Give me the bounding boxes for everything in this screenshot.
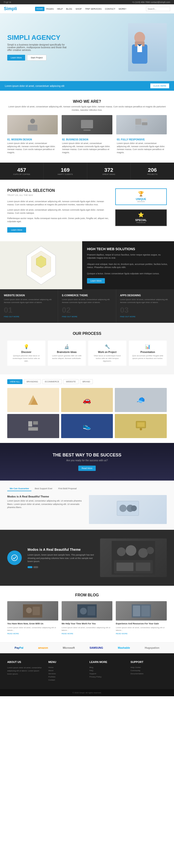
- tab-ecommerce[interactable]: ECOMMERCE: [42, 379, 62, 384]
- tab-guarantee[interactable]: We Can Guarantee: [7, 486, 31, 491]
- svg-rect-9: [135, 119, 141, 125]
- footer-support: Support Help Center Community Documentat…: [130, 660, 167, 682]
- search-input[interactable]: [146, 7, 170, 11]
- facebook-icon[interactable]: f: [4, 1, 5, 3]
- footer-support-help[interactable]: Help Center: [130, 666, 167, 669]
- googleplus-icon[interactable]: g+: [6, 1, 9, 3]
- powerful-text1: Lorem ipsum dolor sit amet, consectetuer…: [7, 200, 110, 207]
- high-tech-learn-more-button[interactable]: Learn More: [87, 278, 105, 283]
- svg-rect-16: [28, 421, 32, 427]
- nav-more[interactable]: MORE+: [117, 7, 128, 11]
- tabs-section: We Can Guarantee Best Support Ever First…: [0, 480, 174, 530]
- high-tech-text3: Quisque a lectus. Donec consectetuer lig…: [87, 272, 169, 276]
- nav-dot-2[interactable]: [33, 566, 38, 568]
- who-image-3: [116, 115, 167, 134]
- blog-grid: You Have More Now, Grow With Us Lorem ip…: [7, 601, 167, 635]
- blog-card-3: Experience And Resources For Your Gain L…: [116, 601, 167, 635]
- portfolio-item-3[interactable]: 🧢: [115, 388, 167, 412]
- blog-1-read-more[interactable]: READ MORE: [7, 632, 19, 635]
- svg-point-39: [80, 608, 87, 615]
- footer-menu: Menu Home About Services Portfolio Conta…: [48, 660, 84, 682]
- service-website-link[interactable]: FIND OUT MORE: [4, 315, 19, 318]
- linkedin-icon[interactable]: in: [9, 1, 11, 3]
- feature-1: 01. MODERN DESIGN Lorem ipsum dolor sit …: [7, 138, 57, 154]
- service-apps: APPS DESIGNING Lorem ipsum dolor sit ame…: [116, 289, 174, 322]
- unique-badge-sub: DESIGN: [119, 200, 164, 203]
- footer-menu-services[interactable]: Services: [48, 673, 84, 675]
- tab-view-all[interactable]: VIEW ALL: [7, 379, 23, 384]
- footer-learn-privacy[interactable]: Privacy Policy: [90, 676, 126, 678]
- footer-menu-home[interactable]: Home: [48, 666, 84, 669]
- tab-proposal[interactable]: First Bold Proposal: [56, 486, 79, 491]
- blog-2-read-more[interactable]: READ MORE: [61, 632, 73, 635]
- blog-3-read-more[interactable]: READ MORE: [116, 632, 127, 635]
- nav-blog[interactable]: BLOG: [65, 7, 74, 11]
- service-apps-link[interactable]: FIND OUT MORE: [120, 315, 135, 318]
- footer-menu-contact[interactable]: Contact: [48, 679, 84, 681]
- footer-about-title: About us: [7, 660, 44, 663]
- portfolio-item-4[interactable]: [7, 414, 59, 438]
- tab-support[interactable]: Best Support Ever: [32, 486, 55, 491]
- service-ecommerce-link[interactable]: FIND OUT MORE: [62, 315, 77, 318]
- modos-section: Modos is A Real Beautiful Theme Lorem ip…: [0, 530, 174, 586]
- svg-point-29: [126, 545, 136, 556]
- twitter-icon[interactable]: t: [5, 1, 6, 3]
- success-read-more-button[interactable]: Read More: [78, 466, 96, 471]
- svg-point-23: [119, 505, 127, 512]
- feature-1-desc: Lorem ipsum dolor sit amet, consectetuer…: [7, 142, 57, 154]
- nav-trip[interactable]: TRIP SERVICES: [83, 7, 103, 11]
- footer-about: About us Lorem ipsum dolor sit amet, con…: [7, 660, 44, 682]
- footer-learn-faq[interactable]: FAQ: [90, 670, 126, 672]
- footer-learn-support[interactable]: Support: [90, 673, 126, 675]
- portfolio-item-6[interactable]: [115, 414, 167, 438]
- svg-rect-6: [28, 125, 38, 131]
- powerful-badges: 🏆 UNIQUE DESIGN ⭐ SPECIAL PREMIUM: [115, 188, 167, 226]
- who-image-1: [7, 115, 58, 134]
- nav-shop[interactable]: SHOP: [74, 7, 83, 11]
- nav-home[interactable]: HOME: [35, 7, 45, 11]
- partner-samsung: SAMSUNG: [90, 646, 103, 649]
- footer-support-community[interactable]: Community: [130, 670, 167, 672]
- footer: About us Lorem ipsum dolor sit amet, con…: [0, 653, 174, 689]
- feature-columns: 01. MODERN DESIGN Lorem ipsum dolor sit …: [7, 138, 167, 154]
- learn-more-button[interactable]: Learn More: [7, 55, 25, 61]
- process-steps: 💡 Discover Quisque placerat vitae lacus …: [7, 341, 167, 366]
- powerful-text2: Lorem ipsum dolor sit amet, consectetuer…: [7, 209, 110, 215]
- step-4-desc: Quis accumsan porttitor feugiat ante ips…: [132, 354, 164, 360]
- unique-badge-title: UNIQUE: [119, 197, 164, 200]
- blog-title: FROM BLOG: [7, 593, 167, 597]
- site-logo[interactable]: Simpli: [4, 6, 17, 11]
- partner-paypal: PayPal: [15, 646, 23, 649]
- partners-bar: PayPal amazon Microsoft SAMSUNG Mashable…: [0, 642, 174, 653]
- footer-learn-blog[interactable]: Blog: [90, 666, 126, 669]
- footer-support-docs[interactable]: Documentation: [130, 673, 167, 675]
- footer-menu-about[interactable]: About: [48, 670, 84, 672]
- hero-section: SIMPLI AGENCY Simpli is a business templ…: [0, 13, 174, 81]
- nav-dot-1[interactable]: [28, 566, 32, 568]
- service-ecommerce-title: E-COMMERCE THEME: [62, 294, 112, 297]
- high-tech-image: [0, 241, 82, 289]
- process-step-4: 📊 Presentation Quis accumsan porttitor f…: [129, 341, 167, 366]
- tab-branding[interactable]: BRANDING: [24, 379, 41, 384]
- step-2-title: Brainstorm Ideas: [51, 351, 83, 353]
- social-links[interactable]: f t g+ in: [4, 1, 11, 3]
- footer-menu-portfolio[interactable]: Portfolio: [48, 676, 84, 678]
- portfolio-item-5[interactable]: 👟: [61, 414, 113, 438]
- nav-help[interactable]: HELP: [56, 7, 64, 11]
- portfolio-item-2[interactable]: 🚗: [61, 388, 113, 412]
- portfolio-item-1[interactable]: [7, 388, 59, 412]
- powerful-learn-more-button[interactable]: Learn More: [7, 227, 26, 232]
- step-1-title: Discover: [10, 351, 42, 353]
- banner-button[interactable]: CLICK HERE: [150, 84, 169, 88]
- start-project-button[interactable]: Start Project: [27, 55, 46, 61]
- blog-image-3: [116, 601, 167, 620]
- nav-pages[interactable]: PAGES: [45, 7, 55, 11]
- tab-brand[interactable]: BRAND: [80, 379, 93, 384]
- portfolio-section: VIEW ALL BRANDING ECOMMERCE WEBSITE BRAN…: [0, 374, 174, 443]
- banner-text: Lorem ipsum dolor sit amet, consectetuer…: [5, 85, 64, 87]
- nav-contact[interactable]: CONTACT: [103, 7, 117, 11]
- tab-website[interactable]: WEBSITE: [63, 379, 78, 384]
- footer-support-title: Support: [130, 660, 167, 663]
- tab-text: Modos is A Real Beautiful Theme Lorem ip…: [7, 495, 85, 524]
- hero-description: Simpli is a business template designed s…: [7, 43, 70, 51]
